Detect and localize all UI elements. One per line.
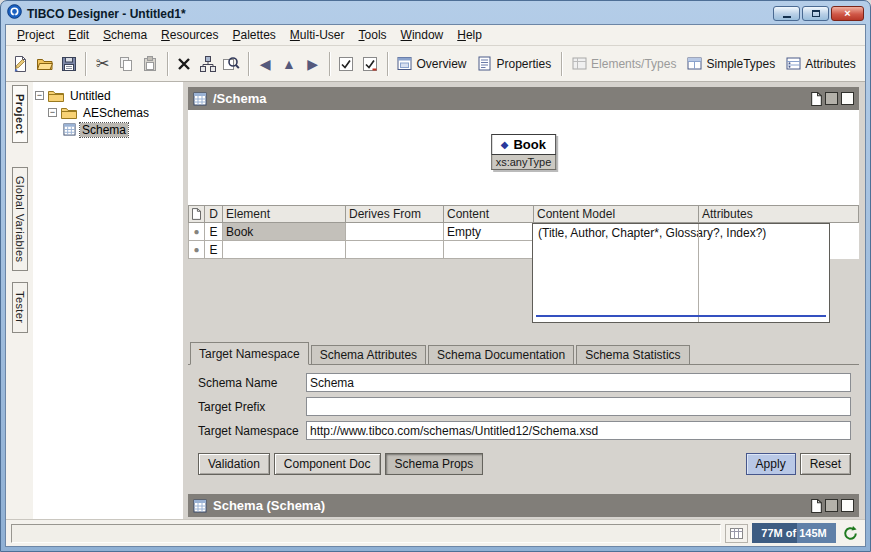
validate-check-button[interactable] <box>359 51 382 77</box>
tibco-logo-icon <box>7 4 22 23</box>
maximize-panel-icon[interactable] <box>841 92 854 105</box>
form-row: Target Prefix <box>198 397 851 416</box>
inspect-button[interactable] <box>220 51 243 77</box>
hide-panel-icon[interactable] <box>825 499 838 512</box>
target-namespace-label: Target Namespace <box>198 424 306 438</box>
check-icon <box>338 56 354 72</box>
maximize-panel-icon[interactable] <box>841 499 854 512</box>
column-header-content: Content <box>444 205 534 223</box>
book-node[interactable]: ◆ Book xs:anyType <box>491 134 557 170</box>
apply-button[interactable]: Apply <box>746 453 796 475</box>
column-header-icon <box>189 205 205 223</box>
save-icon <box>60 55 78 73</box>
simpletypes-button[interactable]: SimpleTypes <box>682 51 780 77</box>
book-node-box[interactable]: ◆ Book <box>491 134 557 155</box>
content-model-text[interactable]: (Title, Author, Chapter*, Glossary?, Ind… <box>533 224 829 242</box>
tree-item-schema[interactable]: Schema <box>63 121 181 138</box>
nav-back-button[interactable]: ◀ <box>254 51 277 77</box>
menu-multi-user[interactable]: Multi-User <box>283 26 352 44</box>
toolbar-separator <box>387 52 388 76</box>
cell-element[interactable]: Book <box>223 223 346 241</box>
toolbar-separator <box>561 52 562 76</box>
validation-button[interactable]: Validation <box>198 453 270 475</box>
target-namespace-field[interactable] <box>306 421 851 440</box>
show-resources-button[interactable] <box>196 51 219 77</box>
tab-schema-documentation[interactable]: Schema Documentation <box>428 345 574 364</box>
tree-item-label: Schema <box>80 123 128 137</box>
target-prefix-field[interactable] <box>306 397 851 416</box>
collapse-icon[interactable]: − <box>35 91 44 100</box>
copy-button[interactable] <box>115 51 138 77</box>
save-button[interactable] <box>58 51 81 77</box>
side-tab-global-variables[interactable]: Global Variables <box>12 167 28 271</box>
properties-button[interactable]: Properties <box>472 51 556 77</box>
memory-detail-icon <box>730 528 743 539</box>
close-button[interactable]: × <box>831 6 864 21</box>
properties-icon <box>477 56 492 71</box>
attributes-button[interactable]: Attributes <box>781 51 861 77</box>
open-project-button[interactable] <box>34 51 57 77</box>
menu-project[interactable]: Project <box>10 26 61 44</box>
menu-palettes[interactable]: Palettes <box>225 26 282 44</box>
tree-item-untitled[interactable]: − Untitled <box>35 87 181 104</box>
nav-forward-button[interactable]: ▶ <box>301 51 324 77</box>
schema-name-field[interactable] <box>306 373 851 392</box>
garbage-collect-button[interactable] <box>840 523 860 543</box>
component-doc-button[interactable]: Component Doc <box>274 453 381 475</box>
minimize-button[interactable] <box>773 6 800 21</box>
arrow-up-icon: ▲ <box>282 56 296 72</box>
side-tab-project[interactable]: Project <box>12 85 28 143</box>
status-message-field <box>11 524 721 543</box>
menu-edit[interactable]: Edit <box>61 26 96 44</box>
hide-panel-icon[interactable] <box>825 92 838 105</box>
memory-usage: 77M of 145M <box>752 523 836 543</box>
detach-page-icon[interactable] <box>811 499 822 513</box>
maximize-button[interactable] <box>802 6 829 21</box>
cell-content[interactable]: Empty <box>444 223 534 241</box>
scissors-icon: ✂ <box>96 54 109 73</box>
collapse-icon[interactable]: − <box>48 108 57 117</box>
apply-check-button[interactable] <box>335 51 358 77</box>
detach-page-icon[interactable] <box>811 92 822 106</box>
schema-props-button[interactable]: Schema Props <box>385 453 484 475</box>
element-table-header: D Element Derives From Content Content M… <box>188 205 859 223</box>
menu-resources[interactable]: Resources <box>154 26 225 44</box>
recycle-icon <box>842 525 859 542</box>
cell-d[interactable]: E <box>205 223 223 241</box>
paste-button[interactable] <box>139 51 162 77</box>
schema-panel-title: /Schema <box>213 91 266 106</box>
overview-button[interactable]: Overview <box>392 51 471 77</box>
tree-item-label: AESchemas <box>81 106 151 120</box>
schema-canvas[interactable]: ◆ Book xs:anyType <box>188 110 859 205</box>
menu-tools[interactable]: Tools <box>352 26 394 44</box>
reset-button[interactable]: Reset <box>800 453 851 475</box>
form-row: Schema Name <box>198 373 851 392</box>
tree-item-aeschemas[interactable]: − AESchemas <box>48 104 181 121</box>
menu-window[interactable]: Window <box>394 26 451 44</box>
menu-help[interactable]: Help <box>450 26 489 44</box>
simpletypes-icon <box>687 56 702 71</box>
cell-element[interactable] <box>223 241 346 259</box>
tab-schema-attributes[interactable]: Schema Attributes <box>311 345 426 364</box>
cell-d[interactable]: E <box>205 241 223 259</box>
app-window: TIBCO Designer - Untitled1* × Project Ed… <box>0 0 871 552</box>
side-tab-tester[interactable]: Tester <box>12 282 28 332</box>
new-document-button[interactable] <box>10 51 33 77</box>
delete-button[interactable] <box>173 51 196 77</box>
cell-derives-from[interactable] <box>346 241 444 259</box>
cell-derives-from[interactable] <box>346 223 444 241</box>
schema-icon <box>193 92 207 106</box>
row-marker: ● <box>189 241 205 259</box>
cell-content[interactable] <box>444 241 534 259</box>
app-frame: Project Edit Schema Resources Palettes M… <box>5 24 866 547</box>
nav-up-button[interactable]: ▲ <box>278 51 301 77</box>
menu-schema[interactable]: Schema <box>96 26 154 44</box>
content-model-editor[interactable]: (Title, Author, Chapter*, Glossary?, Ind… <box>532 223 830 323</box>
row-marker: ● <box>189 223 205 241</box>
tab-schema-statistics[interactable]: Schema Statistics <box>576 345 689 364</box>
cut-button[interactable]: ✂ <box>91 51 114 77</box>
row-bullet-icon: ● <box>193 244 199 255</box>
memory-detail-button[interactable] <box>725 524 748 543</box>
column-header-d: D <box>205 205 223 223</box>
tab-target-namespace[interactable]: Target Namespace <box>190 342 309 365</box>
